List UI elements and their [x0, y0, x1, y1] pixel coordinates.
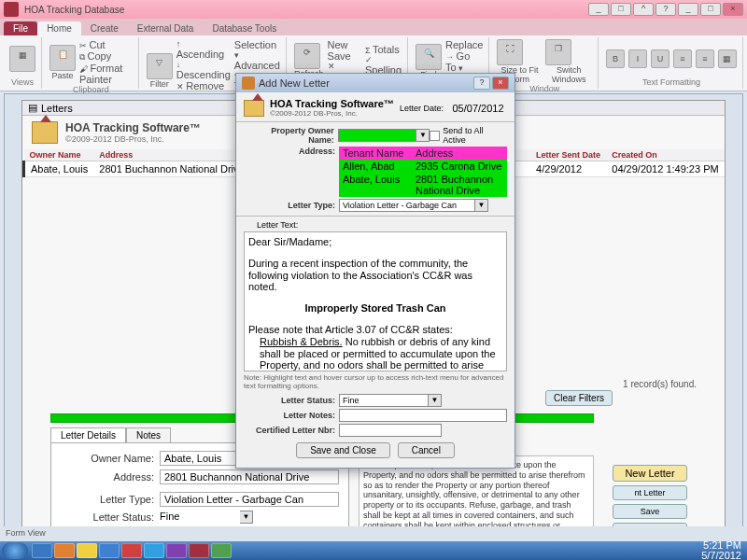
send-all-checkbox[interactable]: [430, 131, 440, 141]
tab-letter-details[interactable]: Letter Details: [50, 427, 126, 442]
chevron-down-icon[interactable]: ▼: [240, 511, 253, 524]
side-save-button[interactable]: Save: [613, 504, 687, 519]
status-bar: Form View: [0, 526, 747, 541]
col-owner[interactable]: Owner Name: [24, 149, 94, 161]
app-name: HOA Tracking Software™: [65, 121, 201, 134]
replace-button[interactable]: Replace: [445, 39, 483, 50]
italic-icon[interactable]: I: [628, 49, 647, 68]
chevron-down-icon[interactable]: ▼: [429, 394, 442, 407]
letter-date-label: Letter Date:: [400, 104, 444, 113]
switch-windows-icon[interactable]: ❐: [545, 39, 571, 65]
ribbon-group-clipboard: 📋Paste ✂ Cut ⧉ Copy 🖌 Format Painter Cli…: [44, 37, 139, 89]
list-item[interactable]: Abate, Louis2801 Buchannon National Driv…: [339, 173, 507, 197]
format-painter-button[interactable]: 🖌 Format Painter: [79, 63, 133, 85]
tab-external-data[interactable]: External Data: [128, 21, 204, 35]
app-logo-icon: [32, 121, 58, 144]
bold-icon[interactable]: B: [606, 49, 625, 68]
letter-type-combo[interactable]: Violation Letter - Garbage Can: [339, 199, 475, 212]
new-button[interactable]: New: [328, 39, 361, 50]
goto-button[interactable]: → Go To ▾: [445, 50, 483, 73]
inner-restore-button[interactable]: □: [700, 3, 721, 16]
owner-dropdown-list[interactable]: Tenant NameAddress Allen, Abad2935 Caron…: [339, 147, 507, 197]
align-center-icon[interactable]: ≡: [696, 49, 714, 68]
col-address[interactable]: Address: [93, 149, 250, 161]
letter-status-combo[interactable]: Fine: [339, 394, 429, 407]
letters-title: Letters: [41, 103, 73, 114]
save-close-button[interactable]: Save and Close: [296, 442, 390, 458]
dialog-app: HOA Tracking Software™: [270, 98, 394, 109]
help-button[interactable]: ?: [655, 3, 676, 16]
task-item[interactable]: [32, 543, 52, 558]
dialog-icon: [242, 77, 255, 90]
fill-icon[interactable]: ▦: [718, 49, 737, 68]
task-item[interactable]: [54, 543, 75, 558]
dialog-logo-icon: [244, 100, 264, 117]
ribbon-toggle-button[interactable]: ^: [633, 3, 654, 16]
new-letter-button[interactable]: New Letter: [613, 465, 687, 482]
col-sent[interactable]: Letter Sent Date: [530, 149, 606, 161]
letter-notes-field[interactable]: [339, 409, 507, 422]
close-button[interactable]: ×: [723, 3, 743, 16]
tab-file[interactable]: File: [4, 21, 37, 35]
ribbon-group-textfmt: B I U ≡ ≡ ▦ Text Formatting: [600, 37, 743, 89]
print-letter-button[interactable]: nt Letter: [613, 485, 687, 500]
letter-date-field[interactable]: 05/07/2012: [449, 103, 507, 114]
add-letter-dialog: Add New Letter ? × HOA Tracking Software…: [235, 73, 515, 469]
ribbon-tabs: File Home Create External Data Database …: [0, 19, 747, 35]
task-item[interactable]: [77, 543, 97, 558]
tab-notes[interactable]: Notes: [126, 427, 171, 442]
chevron-down-icon[interactable]: ▼: [475, 199, 488, 212]
maximize-button[interactable]: □: [611, 3, 631, 16]
dialog-help-button[interactable]: ?: [473, 77, 490, 90]
record-count: 1 record(s) found.: [623, 379, 697, 389]
tab-create[interactable]: Create: [81, 21, 128, 35]
task-item[interactable]: [211, 543, 232, 558]
chevron-down-icon[interactable]: ▼: [416, 129, 430, 142]
dialog-close-button[interactable]: ×: [492, 77, 509, 90]
copy-button[interactable]: ⧉ Copy: [79, 50, 133, 63]
task-item[interactable]: [189, 543, 209, 558]
list-item[interactable]: Allen, Abad2935 Carona Drive: [339, 160, 507, 173]
selection-button[interactable]: Selection ▾: [234, 39, 280, 60]
task-item[interactable]: [144, 543, 164, 558]
align-left-icon[interactable]: ≡: [673, 49, 692, 68]
underline-icon[interactable]: U: [651, 49, 669, 68]
tab-database-tools[interactable]: Database Tools: [203, 21, 286, 35]
task-item[interactable]: [99, 543, 120, 558]
start-button[interactable]: [2, 542, 28, 559]
clear-filters-button[interactable]: Clear Filters: [545, 390, 613, 406]
system-tray[interactable]: 5:21 PM5/7/2012: [701, 540, 745, 560]
filter-icon[interactable]: ▽: [147, 53, 173, 79]
detail-type[interactable]: Violation Letter - Garbage Can: [160, 492, 339, 507]
app-icon: [4, 2, 19, 17]
save-button[interactable]: Save: [328, 50, 361, 62]
app-copyright: ©2009-2012 DB-Pros, Inc.: [65, 134, 201, 144]
minimize-button[interactable]: _: [588, 3, 609, 16]
format-note: Note: Highlight text and hover cursor up…: [244, 373, 507, 390]
detail-status[interactable]: Fine: [160, 511, 240, 524]
refresh-icon[interactable]: ⟳: [294, 43, 320, 69]
cert-nbr-field[interactable]: [339, 424, 442, 437]
window-titlebar: HOA Tracking Database _ □ ^ ? _ □ ×: [0, 0, 747, 19]
letter-text-label: Letter Text:: [257, 220, 507, 230]
totals-button[interactable]: Σ Totals: [365, 44, 402, 55]
task-item[interactable]: [166, 543, 187, 558]
window-title: HOA Tracking Database: [24, 5, 124, 15]
cancel-button[interactable]: Cancel: [398, 442, 455, 458]
fit-form-icon[interactable]: ⛶: [497, 39, 523, 65]
cut-button[interactable]: ✂ Cut: [79, 39, 133, 50]
owner-combo[interactable]: [338, 129, 417, 142]
descending-button[interactable]: ↓ Descending: [176, 60, 231, 80]
detail-address[interactable]: 2801 Buchannon National Drive: [160, 469, 339, 484]
letter-text-area[interactable]: Dear Sir/Madame; During a recent inspect…: [244, 231, 507, 371]
ascending-button[interactable]: ↑ Ascending: [176, 39, 231, 60]
tab-home[interactable]: Home: [37, 21, 81, 35]
ribbon-group-views: ▦ Views: [4, 37, 42, 89]
paste-icon[interactable]: 📋: [49, 45, 76, 71]
task-item[interactable]: [121, 543, 142, 558]
find-icon[interactable]: 🔍: [416, 44, 442, 70]
inner-min-button[interactable]: _: [678, 3, 698, 16]
col-created[interactable]: Created On: [606, 149, 725, 161]
form-icon: ▤: [28, 102, 37, 114]
view-icon[interactable]: ▦: [9, 46, 35, 72]
